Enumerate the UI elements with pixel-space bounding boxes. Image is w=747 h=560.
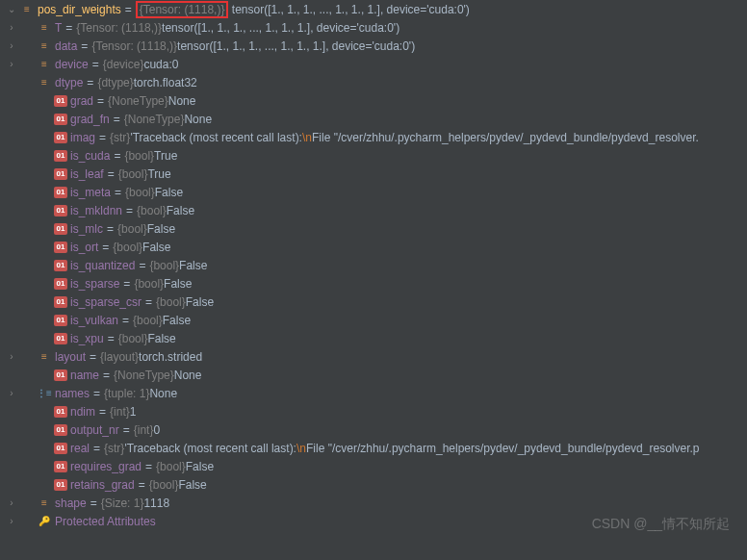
var-value: False [179, 259, 207, 272]
var-value: False [178, 478, 206, 492]
property-icon: 01 [54, 168, 67, 180]
var-value: False [142, 241, 170, 254]
property-icon: 01 [54, 406, 67, 418]
tree-row[interactable]: 01is_xpu={bool} False [0, 329, 747, 347]
var-type: {bool} [149, 478, 179, 492]
var-name: grad [70, 94, 93, 108]
field-icon: ≡ [37, 57, 52, 72]
tree-row[interactable]: ›≡T={Tensor: (1118,)} tensor([1., 1., 1.… [0, 18, 747, 37]
property-icon: 01 [54, 132, 67, 143]
tree-row[interactable]: 01is_vulkan={bool} False [0, 311, 747, 329]
var-type: {bool} [118, 167, 148, 181]
tree-row[interactable]: ›🔑Protected Attributes [0, 512, 747, 530]
var-name: pos_dir_weights [38, 3, 121, 16]
var-name: names [55, 387, 90, 400]
var-type: {bool} [156, 460, 186, 473]
var-type: {bool} [125, 186, 155, 199]
tree-row[interactable]: ›≡layout={layout} torch.strided [0, 347, 747, 366]
tree-row[interactable]: ›≡data={Tensor: (1118,)} tensor([1., 1.,… [0, 37, 747, 55]
var-name: T [55, 21, 62, 35]
var-type: {bool} [134, 277, 164, 291]
var-type: {device} [103, 58, 144, 71]
field-icon: ≡ [37, 349, 52, 365]
tree-row[interactable]: 01is_meta={bool} False [0, 183, 747, 201]
var-value: torch.strided [139, 350, 202, 364]
tree-row[interactable]: 01real={str} 'Traceback (most recent cal… [0, 439, 747, 457]
var-type: {str} [110, 131, 130, 144]
var-value: False [186, 460, 214, 473]
property-icon: 01 [54, 369, 67, 381]
property-icon: 01 [54, 461, 67, 472]
tree-row[interactable]: 01is_mkldnn={bool} False [0, 201, 747, 219]
var-value: False [163, 314, 191, 327]
var-type: {bool} [149, 259, 179, 272]
expand-toggle[interactable]: › [4, 40, 19, 51]
expand-toggle[interactable]: › [4, 22, 19, 33]
var-type: {dtype} [97, 76, 133, 89]
var-name: output_nr [70, 423, 119, 437]
expand-toggle[interactable]: › [4, 351, 19, 362]
var-name: real [70, 442, 90, 455]
field-icon: ≡ [37, 20, 52, 36]
var-value: False [155, 186, 183, 199]
property-icon: 01 [54, 278, 67, 290]
tree-row[interactable]: 01output_nr={int} 0 [0, 420, 747, 439]
tree-row[interactable]: 01is_sparse_csr={bool} False [0, 293, 747, 311]
tree-row[interactable]: 01name={NoneType} None [0, 366, 747, 384]
var-name: dtype [55, 76, 83, 89]
var-value: cuda:0 [143, 58, 178, 71]
var-value: tensor([1., 1., 1., ..., 1., 1., 1.], de… [177, 39, 415, 53]
var-value: 'Traceback (most recent call last): [124, 442, 296, 455]
tree-row[interactable]: 01is_sparse={bool} False [0, 274, 747, 293]
field-icon: ≡ [19, 2, 35, 17]
var-name: is_sparse_csr [70, 295, 142, 309]
expand-toggle[interactable]: › [4, 497, 19, 508]
var-value: None [149, 387, 177, 400]
highlighted-type: {Tensor: (1118,)} [136, 1, 229, 18]
expand-toggle[interactable]: › [4, 388, 19, 398]
tree-row[interactable]: ≡dtype={dtype} torch.float32 [0, 73, 747, 91]
var-type: {bool} [156, 295, 186, 309]
tree-row[interactable]: 01retains_grad={bool} False [0, 475, 747, 494]
tree-row[interactable]: 01is_ort={bool} False [0, 238, 747, 256]
var-value: tensor([1., 1., 1., ..., 1., 1., 1.], de… [232, 3, 470, 16]
field-icon: ≡ [37, 496, 52, 511]
tree-row[interactable]: 01imag={str} 'Traceback (most recent cal… [0, 128, 747, 146]
property-icon: 01 [54, 479, 67, 491]
property-icon: 01 [54, 205, 67, 216]
var-name: is_sparse [70, 277, 119, 291]
var-type: {Size: 1} [101, 496, 144, 510]
tree-row[interactable]: 01ndim={int} 1 [0, 402, 747, 420]
tree-row[interactable]: 01is_leaf={bool} True [0, 165, 747, 183]
var-name: name [70, 369, 99, 382]
var-type: {tuple: 1} [104, 387, 149, 400]
expand-toggle[interactable]: ⌄ [4, 4, 19, 14]
var-type: {layout} [100, 350, 139, 364]
var-value: False [164, 277, 192, 291]
var-value: True [147, 167, 170, 181]
var-name: is_mkldnn [70, 204, 122, 217]
var-value: None [168, 94, 196, 108]
property-icon: 01 [54, 443, 67, 454]
property-icon: 01 [54, 150, 67, 162]
tree-row[interactable]: 01is_mlc={bool} False [0, 219, 747, 238]
tree-row[interactable]: ›≡shape={Size: 1} 1118 [0, 494, 747, 512]
var-name: is_vulkan [70, 314, 118, 327]
var-type: {int} [134, 423, 154, 437]
tree-row[interactable]: 01grad_fn={NoneType} None [0, 110, 747, 128]
var-type: {NoneType} [124, 113, 185, 126]
tree-row[interactable]: 01is_quantized={bool} False [0, 256, 747, 274]
tree-row[interactable]: 01is_cuda={bool} True [0, 146, 747, 165]
expand-toggle[interactable]: › [4, 59, 19, 69]
var-type: {Tensor: (1118,)} [76, 21, 162, 35]
var-type: {int} [110, 405, 130, 419]
tree-row[interactable]: ›⋮≡names={tuple: 1} None [0, 384, 747, 402]
tree-row-root[interactable]: ⌄ ≡ pos_dir_weights = {Tensor: (1118,)} … [0, 0, 747, 18]
expand-toggle[interactable]: › [4, 516, 19, 526]
var-name: grad_fn [70, 113, 110, 126]
tree-row[interactable]: 01requires_grad={bool} False [0, 457, 747, 475]
var-type: {bool} [117, 222, 147, 236]
tree-row[interactable]: ›≡device={device} cuda:0 [0, 55, 747, 73]
tree-row[interactable]: 01grad={NoneType} None [0, 91, 747, 110]
property-icon: 01 [54, 242, 67, 253]
